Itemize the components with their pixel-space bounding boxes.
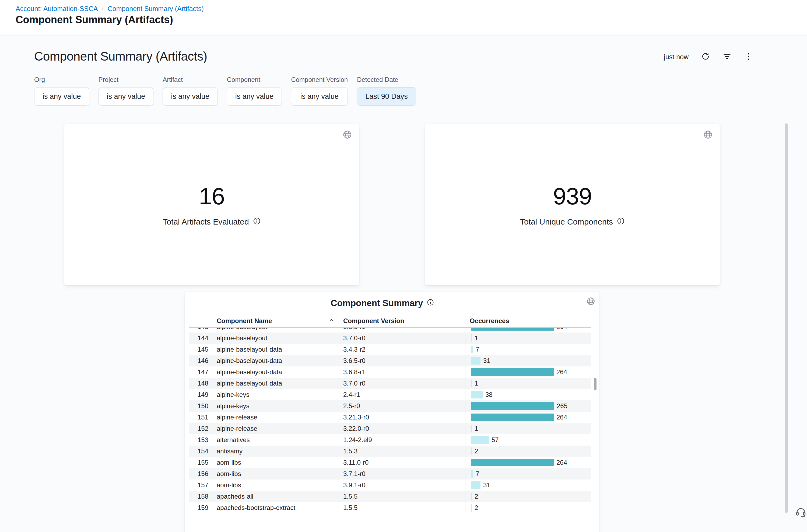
component-version-cell: 1.5.3 <box>339 445 465 457</box>
occurrence-bar <box>471 328 554 330</box>
occurrences-cell: 31 <box>465 355 591 366</box>
top-bar: Account: Automation-SSCA › Component Sum… <box>0 0 807 36</box>
table-row[interactable]: 149alpine-keys2.4-r138 <box>189 389 591 400</box>
table-row[interactable]: 147alpine-baselayout-data3.6.8-r1264 <box>189 366 591 378</box>
filter-group: Projectis any value <box>98 76 154 106</box>
more-options-button[interactable] <box>744 52 753 62</box>
row-number: 149 <box>189 389 212 400</box>
occurrence-bar <box>471 402 554 410</box>
table-row[interactable]: 153alternatives1.24-2.el957 <box>189 434 591 445</box>
table-row[interactable]: 157aom-libs3.9.1-r031 <box>189 479 591 491</box>
table-row[interactable]: 155aom-libs3.11.0-r0264 <box>189 457 591 468</box>
filter-button-component-version[interactable]: is any value <box>291 87 348 106</box>
occurrence-value: 264 <box>556 328 567 330</box>
table-row[interactable]: 154antisamy1.5.32 <box>189 445 591 457</box>
component-name-cell: aom-libs <box>212 468 339 479</box>
occurrences-cell: 7 <box>465 468 591 479</box>
component-table-body: 143alpine-baselayout3.6.8-r1264144alpine… <box>185 328 599 513</box>
filter-button-org[interactable]: is any value <box>34 87 89 106</box>
filter-button-component[interactable]: is any value <box>227 87 282 106</box>
page-scrollbar-thumb[interactable] <box>785 123 788 513</box>
component-name-cell: alpine-baselayout <box>212 332 339 344</box>
component-version-cell: 3.22.0-r0 <box>339 423 465 434</box>
filter-label: Component Version <box>291 76 348 83</box>
table-row[interactable]: 150alpine-keys2.5-r0265 <box>189 400 591 412</box>
component-name-cell: alpine-baselayout <box>212 328 339 332</box>
filter-group: Detected DateLast 90 Days <box>357 76 416 106</box>
component-summary-title-row: Component Summary <box>175 292 590 315</box>
globe-icon <box>703 130 713 140</box>
filter-group: Component Versionis any value <box>291 76 348 106</box>
component-name-cell: aom-libs <box>212 479 339 491</box>
total-components-value: 939 <box>553 183 592 210</box>
filter-button-artifact[interactable]: is any value <box>162 87 218 106</box>
row-number: 146 <box>189 355 212 366</box>
filter-label: Project <box>98 76 154 83</box>
occurrence-bar <box>471 504 472 512</box>
occurrences-cell: 57 <box>465 434 591 445</box>
occurrence-bar <box>471 380 472 387</box>
occurrences-cell: 2 <box>465 491 591 502</box>
globe-icon <box>342 130 352 140</box>
support-headset-icon[interactable] <box>795 506 806 518</box>
component-name-cell: alpine-keys <box>212 400 339 412</box>
column-header-component-version[interactable]: Component Version <box>339 315 465 327</box>
row-number: 156 <box>189 468 212 479</box>
filter-group: Orgis any value <box>34 76 89 106</box>
filter-toggle-button[interactable] <box>723 52 732 62</box>
filter-group: Artifactis any value <box>162 76 218 106</box>
row-number-column-header <box>189 315 212 327</box>
breadcrumb-account-link[interactable]: Account: Automation-SSCA <box>16 5 98 13</box>
occurrences-cell: 31 <box>465 479 591 491</box>
kebab-menu-icon <box>744 52 753 62</box>
row-number: 148 <box>189 378 212 389</box>
occurrence-value: 31 <box>483 481 491 489</box>
column-header-occurrences[interactable]: Occurrences <box>465 315 591 327</box>
occurrences-cell: 2 <box>465 502 591 513</box>
occurrence-bar <box>471 391 483 398</box>
occurrence-bar <box>471 459 554 466</box>
component-version-cell: 1.5.5 <box>339 491 465 502</box>
occurrence-bar <box>471 335 472 342</box>
filter-button-detected-date[interactable]: Last 90 Days <box>357 87 416 106</box>
component-version-cell: 3.7.0-r0 <box>339 332 465 344</box>
table-row[interactable]: 156aom-libs3.7.1-r07 <box>189 468 591 479</box>
occurrences-cell: 265 <box>465 400 591 412</box>
table-row[interactable]: 143alpine-baselayout3.6.8-r1264 <box>189 328 591 332</box>
filter-group: Componentis any value <box>227 76 282 106</box>
table-row[interactable]: 146alpine-baselayout-data3.6.5-r031 <box>189 355 591 366</box>
row-number: 157 <box>189 479 212 491</box>
refresh-button[interactable] <box>701 52 710 62</box>
table-row[interactable]: 152alpine-release3.22.0-r01 <box>189 423 591 434</box>
filter-button-project[interactable]: is any value <box>98 87 154 106</box>
occurrences-cell: 264 <box>465 366 591 378</box>
info-icon[interactable] <box>617 217 625 227</box>
occurrence-value: 265 <box>557 402 568 410</box>
table-scrollbar-thumb[interactable] <box>594 378 596 391</box>
row-number: 145 <box>189 344 212 355</box>
occurrence-value: 2 <box>475 493 478 500</box>
occurrence-bar <box>471 493 472 500</box>
occurrences-cell: 1 <box>465 332 591 344</box>
table-row[interactable]: 145alpine-baselayout-data3.4.3-r27 <box>189 344 591 355</box>
component-name-cell: aom-libs <box>212 457 339 468</box>
info-icon[interactable] <box>427 298 434 308</box>
info-icon[interactable] <box>253 217 261 227</box>
table-row[interactable]: 144alpine-baselayout3.7.0-r01 <box>189 332 591 344</box>
table-row[interactable]: 148alpine-baselayout-data3.7.0-r01 <box>189 378 591 389</box>
dashboard-controls: just now <box>664 51 753 63</box>
occurrences-cell: 1 <box>465 378 591 389</box>
breadcrumb-chevron-icon: › <box>102 5 104 13</box>
table-row[interactable]: 151alpine-release3.21.3-r0264 <box>189 412 591 423</box>
column-header-component-name[interactable]: Component Name <box>212 315 339 327</box>
occurrence-value: 31 <box>483 357 491 364</box>
component-table-header: Component Name Component Version Occurre… <box>189 315 591 328</box>
table-row[interactable]: 158apacheds-all1.5.52 <box>189 491 591 502</box>
refresh-status: just now <box>664 53 689 61</box>
table-row[interactable]: 159apacheds-bootstrap-extract1.5.52 <box>189 502 591 513</box>
breadcrumb-page-link[interactable]: Component Summary (Artifacts) <box>108 5 204 13</box>
header-divider <box>0 36 807 36</box>
occurrence-bar <box>471 346 473 353</box>
dashboard-title: Component Summary (Artifacts) <box>34 49 207 63</box>
filter-bar: Orgis any valueProjectis any valueArtifa… <box>34 76 416 106</box>
